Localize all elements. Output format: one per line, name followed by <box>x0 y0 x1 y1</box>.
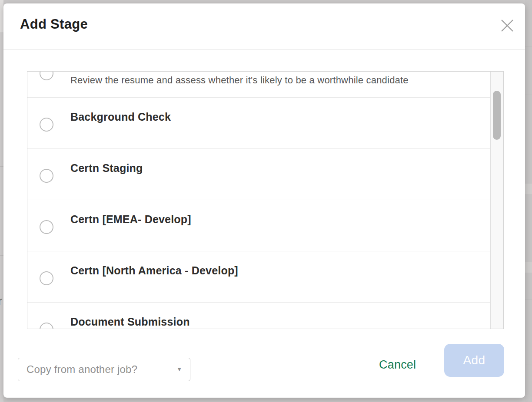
stage-list-content: Review the resume and assess whether it'… <box>27 72 490 329</box>
background-page-left-edge: r <box>0 0 3 402</box>
close-button[interactable] <box>499 17 516 34</box>
background-panel <box>0 0 3 33</box>
divider-line <box>525 300 532 300</box>
divider-line <box>525 226 532 226</box>
x-icon <box>500 19 514 33</box>
divider-line <box>525 46 532 46</box>
stage-title: Certn Staging <box>70 162 143 175</box>
stage-row[interactable]: Document Submission <box>27 303 490 329</box>
stage-row[interactable]: Review the resume and assess whether it'… <box>27 72 490 98</box>
modal-title: Add Stage <box>20 16 88 32</box>
stage-title: Certn [North America - Develop] <box>70 264 238 277</box>
copy-from-job-select[interactable]: Copy from another job? ▼ <box>18 358 190 381</box>
radio-button[interactable] <box>40 118 53 132</box>
stage-title: Certn [EMEA- Develop] <box>70 213 191 226</box>
divider-line <box>0 255 3 256</box>
stage-list-viewport: Review the resume and assess whether it'… <box>27 72 490 329</box>
copy-from-job-select-value: Copy from another job? <box>27 358 137 381</box>
background-page-right-edge <box>525 0 532 402</box>
scrollbar-thumb[interactable] <box>493 91 501 140</box>
chevron-down-icon: ▼ <box>176 358 182 381</box>
stage-title: Background Check <box>70 111 171 123</box>
background-row <box>525 184 532 194</box>
modal-header: Add Stage <box>3 3 525 50</box>
stage-row[interactable]: Background Check <box>27 98 490 149</box>
stage-list: Review the resume and assess whether it'… <box>27 71 504 329</box>
stage-row[interactable]: Certn Staging <box>27 149 490 200</box>
add-stage-modal: Add Stage Review the resume and assess w… <box>3 3 525 398</box>
radio-button[interactable] <box>40 220 53 234</box>
cancel-button[interactable]: Cancel <box>379 358 416 372</box>
radio-button[interactable] <box>40 271 53 285</box>
stage-row[interactable]: Certn [EMEA- Develop] <box>27 200 490 251</box>
radio-button[interactable] <box>40 169 53 183</box>
divider-line <box>525 95 532 95</box>
background-row <box>525 262 532 273</box>
stage-description: Review the resume and assess whether it'… <box>70 75 409 86</box>
add-button[interactable]: Add <box>444 344 504 377</box>
divider-line <box>525 365 532 365</box>
stage-row[interactable]: Certn [North America - Develop] <box>27 251 490 303</box>
stage-title: Document Submission <box>70 316 190 328</box>
divider-line <box>0 166 3 167</box>
divider-line <box>0 33 3 33</box>
scrollbar-track[interactable] <box>490 72 503 329</box>
radio-button[interactable] <box>40 72 53 80</box>
background-text-fragment: r <box>0 296 2 307</box>
radio-button[interactable] <box>40 323 53 329</box>
